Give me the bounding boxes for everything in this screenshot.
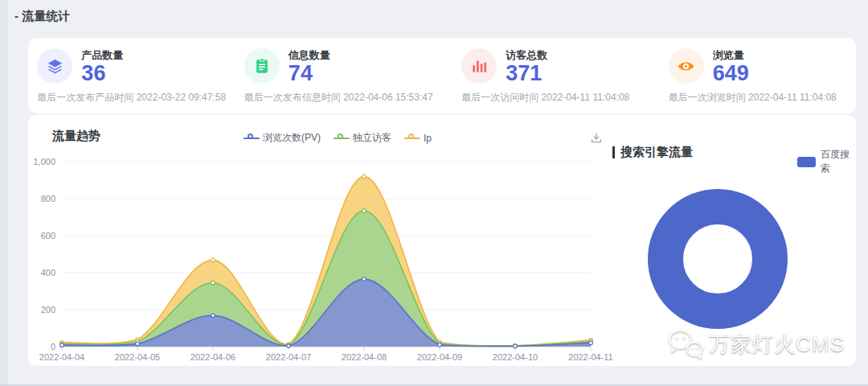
section-title: - 流量统计 [14, 9, 70, 24]
stat-label: 信息数量 [289, 49, 330, 61]
left-edge-strip [0, 0, 8, 386]
line-marker-icon [334, 133, 350, 142]
download-icon[interactable] [590, 132, 604, 146]
stat-value: 74 [289, 61, 330, 85]
title-bar-decoration [612, 146, 615, 158]
svg-text:2022-04-08: 2022-04-08 [342, 352, 387, 362]
svg-text:2022-04-10: 2022-04-10 [493, 352, 538, 362]
legend-label: Ip [424, 133, 432, 144]
stat-value: 649 [713, 61, 749, 85]
svg-text:2022-04-07: 2022-04-07 [266, 352, 311, 362]
svg-text:2022-04-05: 2022-04-05 [115, 352, 160, 362]
stat-product-count: 产品数量 36 最后一次发布产品时间 2022-03-22 09:47:58 [28, 48, 235, 105]
svg-text:2022-04-09: 2022-04-09 [417, 352, 462, 362]
svg-text:2022-04-04: 2022-04-04 [39, 352, 84, 362]
svg-text:2022-04-11: 2022-04-11 [568, 352, 612, 362]
stat-label: 浏览量 [713, 49, 749, 61]
stat-value: 36 [81, 61, 123, 85]
stat-subtext: 最后一次访问时间 2022-04-11 11:04:08 [461, 91, 629, 105]
search-engine-title: 搜索引擎流量 [612, 145, 693, 160]
stat-pageviews: 浏览量 649 最后一次浏览时间 2022-04-11 11:04:08 [649, 48, 857, 105]
svg-text:1,000: 1,000 [33, 157, 55, 166]
legend-label: 独立访客 [353, 131, 391, 145]
donut-ring[interactable] [665, 207, 770, 311]
stat-value: 371 [506, 61, 547, 85]
stat-visitor-total: 访客总数 371 最后一次访问时间 2022-04-11 11:04:08 [442, 48, 649, 105]
svg-text:400: 400 [41, 268, 55, 277]
svg-text:0: 0 [51, 342, 55, 351]
legend-item-pv[interactable]: 浏览次数(PV) [244, 131, 321, 145]
charts-card: 流量趋势 浏览次数(PV) 独立访客 Ip [28, 115, 856, 366]
svg-text:2022-04-06: 2022-04-06 [190, 352, 235, 362]
stat-subtext: 最后一次发布信息时间 2022-04-06 15:53:47 [244, 91, 433, 105]
svg-text:600: 600 [41, 231, 55, 240]
stat-info-count: 信息数量 74 最后一次发布信息时间 2022-04-06 15:53:47 [235, 48, 443, 105]
line-marker-icon [404, 133, 420, 142]
stat-label: 产品数量 [81, 49, 123, 61]
trend-chart-title: 流量趋势 [52, 129, 100, 144]
bar-chart-icon [461, 48, 497, 84]
layers-icon [37, 48, 72, 84]
trend-area-chart[interactable]: 02004006008001,0002022-04-042022-04-0520… [28, 149, 631, 366]
clipboard-icon [244, 48, 280, 84]
stat-subtext: 最后一次发布产品时间 2022-03-22 09:47:58 [37, 91, 226, 105]
legend-item-uv[interactable]: 独立访客 [334, 131, 391, 145]
search-donut-chart[interactable] [609, 160, 826, 361]
trend-legend: 浏览次数(PV) 独立访客 Ip [244, 131, 432, 145]
stat-subtext: 最后一次浏览时间 2022-04-11 11:04:08 [669, 91, 837, 105]
legend-item-ip[interactable]: Ip [404, 133, 432, 144]
svg-text:800: 800 [41, 194, 55, 203]
stats-card: 产品数量 36 最后一次发布产品时间 2022-03-22 09:47:58 [28, 38, 856, 113]
legend-label: 浏览次数(PV) [263, 131, 321, 145]
stat-label: 访客总数 [506, 49, 547, 61]
line-marker-icon [244, 133, 260, 142]
svg-text:200: 200 [41, 305, 55, 314]
eye-icon [669, 48, 704, 84]
